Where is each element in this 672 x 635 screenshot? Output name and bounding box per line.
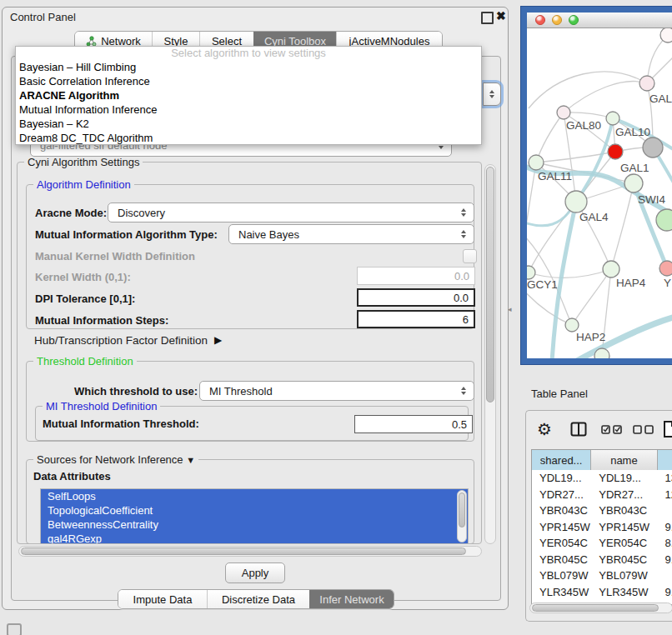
- table-cell: YDL19...: [591, 472, 657, 484]
- table-header-row: shared...nameA: [532, 450, 672, 470]
- attribute-item[interactable]: TopologicalCoefficient: [41, 503, 468, 518]
- algorithm-item[interactable]: Dream8 DC_TDC Algorithm: [16, 131, 481, 145]
- aracne-mode-combo[interactable]: Discovery: [108, 202, 474, 222]
- mi-type-combo[interactable]: Naive Bayes: [228, 224, 474, 244]
- deselect-all-icon: [633, 425, 654, 434]
- select-all-button[interactable]: [601, 425, 623, 434]
- network-edge: [611, 183, 634, 269]
- group-title: Threshold Definition: [33, 355, 137, 368]
- mi-steps-field[interactable]: 6: [357, 310, 475, 328]
- column-header[interactable]: A: [658, 450, 672, 470]
- tab-label: Impute Data: [133, 593, 193, 606]
- column-header[interactable]: shared...: [532, 450, 591, 470]
- table-row[interactable]: YBL079WYBL079W: [532, 568, 672, 584]
- network-node[interactable]: [557, 106, 570, 119]
- settings-vertical-scrollbar[interactable]: [484, 164, 496, 544]
- algorithm-item[interactable]: Bayesian – Hill Climbing: [16, 60, 481, 74]
- combo-arrows-icon: [461, 387, 467, 395]
- deselect-all-button[interactable]: [633, 425, 654, 434]
- table-row[interactable]: YLR345WYLR345W9.: [532, 584, 672, 601]
- table-horizontal-scrollbar[interactable]: [529, 602, 672, 613]
- group-title[interactable]: Sources for Network Inference ▼: [33, 453, 198, 466]
- close-traffic-light[interactable]: [535, 15, 545, 25]
- dpi-tolerance-field[interactable]: 0.0: [357, 288, 475, 307]
- network-canvas-svg[interactable]: GALGAL80GAL10GAL1GAL11SWI4GAL4GCY1HAP4YH…: [527, 28, 672, 359]
- table-row[interactable]: YPR145WYPR145W9.: [532, 519, 672, 536]
- splitter-handle[interactable]: ◂: [508, 305, 512, 313]
- scrollbar-thumb[interactable]: [532, 604, 659, 612]
- gear-button[interactable]: ⚙: [537, 419, 552, 439]
- close-icon[interactable]: ✖: [496, 9, 506, 22]
- network-node[interactable]: [565, 318, 579, 332]
- tab-label: Discretize Data: [222, 593, 295, 606]
- network-node[interactable]: [656, 209, 672, 231]
- bottom-tab-impute-data[interactable]: Impute Data: [118, 590, 207, 608]
- collapse-arrow-icon: ▼: [186, 455, 195, 465]
- algorithm-item[interactable]: Basic Correlation Inference: [16, 74, 481, 88]
- node-label: GAL10: [615, 126, 650, 138]
- combo-value: Naive Bayes: [238, 228, 299, 241]
- algorithm-definition-group: Algorithm Definition Aracne Mode: Discov…: [26, 184, 474, 329]
- network-node[interactable]: [594, 348, 609, 359]
- scrollbar-thumb[interactable]: [486, 167, 494, 402]
- kernel-width-label: Kernel Width (0,1):: [35, 271, 131, 283]
- network-node[interactable]: [527, 266, 535, 279]
- algorithm-item[interactable]: Bayesian – K2: [16, 117, 481, 131]
- apply-button[interactable]: Apply: [225, 562, 285, 583]
- kernel-width-field[interactable]: 0.0: [357, 267, 475, 285]
- import-table-button[interactable]: [663, 420, 672, 438]
- sources-group: Sources for Network Inference ▼ Data Att…: [26, 459, 474, 544]
- table-row[interactable]: YBR045CYBR045C9.: [532, 552, 672, 568]
- manual-kernel-checkbox[interactable]: [463, 249, 477, 263]
- network-canvas[interactable]: GALGAL80GAL10GAL1GAL11SWI4GAL4GCY1HAP4YH…: [527, 28, 672, 359]
- table-row[interactable]: YDR27...YDR27...12: [532, 487, 672, 503]
- screen: Control Panel ✖ Network Style Select Cyn…: [0, 0, 672, 635]
- column-header[interactable]: name: [591, 450, 657, 470]
- network-node[interactable]: [643, 138, 663, 158]
- table-row[interactable]: YER054CYER054C8.: [532, 535, 672, 552]
- network-node[interactable]: [606, 112, 619, 125]
- which-threshold-combo[interactable]: MI Threshold: [199, 381, 474, 401]
- zoom-traffic-light[interactable]: [569, 15, 579, 25]
- attribute-item[interactable]: BetweennessCentrality: [41, 518, 468, 532]
- node-label: GAL1: [620, 162, 649, 174]
- list-scrollbar[interactable]: [457, 490, 467, 542]
- network-node[interactable]: [608, 144, 623, 159]
- mi-threshold-field[interactable]: 0.5: [354, 415, 473, 433]
- algorithm-item[interactable]: ARACNE Algorithm: [16, 88, 481, 102]
- panel-float-button[interactable]: [7, 623, 22, 635]
- network-node[interactable]: [565, 191, 587, 212]
- network-node[interactable]: [660, 28, 672, 42]
- table-row[interactable]: YBR043CYBR043C: [532, 502, 672, 519]
- mac-titlebar[interactable]: [527, 12, 672, 28]
- mi-steps-label: Mutual Information Steps:: [35, 314, 168, 327]
- which-threshold-label: Which threshold to use:: [74, 385, 198, 398]
- network-node[interactable]: [639, 76, 654, 91]
- manual-kernel-label: Manual Kernel Width Definition: [35, 250, 195, 262]
- table-cell: YPR145W: [591, 521, 657, 533]
- float-window-icon[interactable]: [481, 12, 494, 24]
- minimize-traffic-light[interactable]: [552, 15, 562, 25]
- table-panel: ⚙ shared...nameA YDL19...YDL19...13YDR27…: [525, 410, 672, 622]
- expander-label: Hub/Transcription Factor Definition: [34, 334, 208, 347]
- network-node[interactable]: [529, 155, 544, 170]
- network-node[interactable]: [624, 174, 643, 192]
- attribute-item[interactable]: SelfLoops: [41, 489, 468, 503]
- hub-expander[interactable]: Hub/Transcription Factor Definition ▶: [34, 332, 222, 348]
- bottom-tab-discretize-data[interactable]: Discretize Data: [207, 590, 309, 608]
- network-node[interactable]: [603, 261, 619, 278]
- attributes-list[interactable]: SelfLoopsTopologicalCoefficientBetweenne…: [40, 488, 469, 544]
- group-title: Algorithm Definition: [33, 178, 134, 191]
- algorithm-item[interactable]: Mutual Information Inference: [16, 102, 481, 117]
- scrollbar-thumb[interactable]: [21, 548, 466, 555]
- table-row[interactable]: YDL19...YDL19...13: [532, 470, 672, 487]
- split-view-button[interactable]: [570, 422, 587, 437]
- network-node[interactable]: [659, 261, 672, 276]
- mi-threshold-label: Mutual Information Threshold:: [43, 418, 199, 430]
- attribute-item[interactable]: gal4RGexp: [41, 532, 468, 544]
- algorithm-combo-button[interactable]: [483, 82, 501, 106]
- scrollbar-thumb[interactable]: [459, 492, 465, 528]
- settings-horizontal-scrollbar[interactable]: [18, 546, 482, 557]
- table-cell: 9.: [658, 586, 672, 598]
- bottom-tab-infer-network[interactable]: Infer Network: [309, 590, 394, 608]
